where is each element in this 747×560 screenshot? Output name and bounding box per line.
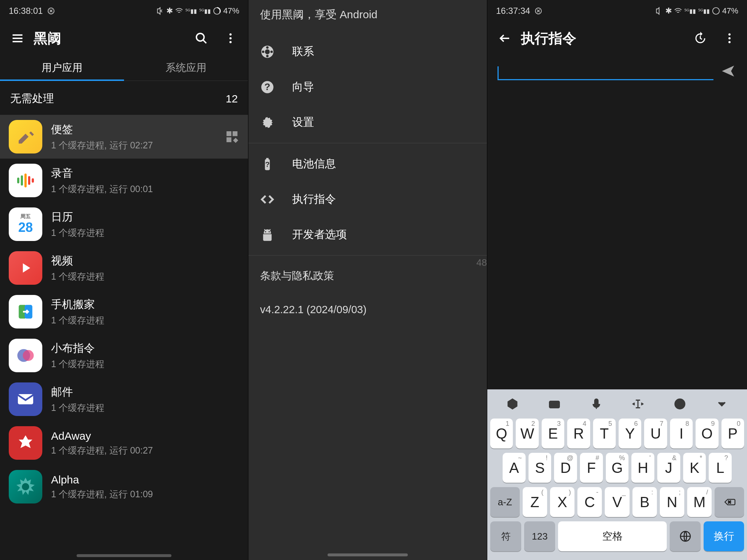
kb-key-v[interactable]: V_ <box>605 487 629 517</box>
kb-key-u[interactable]: U7 <box>644 419 667 448</box>
kb-num-key[interactable]: 123 <box>524 521 555 551</box>
back-icon[interactable] <box>492 25 518 51</box>
app-name: 小布指令 <box>51 341 239 356</box>
command-input-row <box>487 55 747 88</box>
signal-1-icon: ⁵ᴳ▮▮ <box>684 8 696 15</box>
help-circle-icon <box>260 44 275 59</box>
app-name: 日历 <box>51 210 239 225</box>
app-icon-video <box>9 251 42 285</box>
app-row[interactable]: 小布指令 1 个缓存进程 <box>0 334 248 377</box>
kb-shift-key[interactable]: a-Z <box>490 487 520 517</box>
kb-key-d[interactable]: D@ <box>554 453 577 483</box>
kb-key-f[interactable]: F# <box>580 453 603 483</box>
app-icon-notes <box>9 120 42 153</box>
kb-keyboard-icon[interactable] <box>546 396 562 412</box>
kb-backspace-key[interactable] <box>715 487 744 517</box>
kb-key-n[interactable]: N; <box>660 487 684 517</box>
svg-point-44 <box>556 405 557 406</box>
app-name: 录音 <box>51 166 239 181</box>
kb-key-s[interactable]: S! <box>529 453 551 483</box>
svg-point-13 <box>23 350 34 361</box>
kb-key-q[interactable]: Q1 <box>490 419 513 448</box>
kb-key-o[interactable]: O9 <box>696 419 718 448</box>
svg-text:?: ? <box>264 81 270 92</box>
widget-icon[interactable] <box>225 129 239 144</box>
history-icon[interactable] <box>687 25 713 51</box>
svg-point-41 <box>556 403 557 404</box>
kb-key-k[interactable]: K* <box>683 453 706 483</box>
kb-key-y[interactable]: Y6 <box>619 419 641 448</box>
drawer-item-developer[interactable]: 开发者选项 <box>248 217 487 252</box>
kb-settings-icon[interactable] <box>504 396 520 412</box>
app-row[interactable]: AdAway 1 个缓存进程, 运行 00:27 <box>0 421 248 465</box>
drawer-item-wizard[interactable]: ? 向导 <box>248 69 487 105</box>
drawer-label: 开发者选项 <box>292 227 347 242</box>
app-list-panel: 16:38:01 ✱ ⁵ᴳ▮▮ ⁵ᴳ▮▮ 47% 黑阈 用户应用 系 <box>0 0 248 560</box>
kb-key-m[interactable]: M/ <box>687 487 712 517</box>
kb-globe-key[interactable] <box>670 521 701 551</box>
status-bar: 16:38:01 ✱ ⁵ᴳ▮▮ ⁵ᴳ▮▮ 47% <box>0 0 248 22</box>
kb-key-e[interactable]: E3 <box>542 419 564 448</box>
tab-system-apps[interactable]: 系统应用 <box>124 55 248 81</box>
svg-point-2 <box>197 34 204 41</box>
drawer-item-contact[interactable]: 联系 <box>248 34 487 69</box>
menu-icon[interactable] <box>4 25 31 51</box>
kb-key-w[interactable]: W2 <box>516 419 538 448</box>
kb-key-r[interactable]: R4 <box>567 419 590 448</box>
svg-point-35 <box>728 41 731 43</box>
kb-key-c[interactable]: C- <box>577 487 602 517</box>
keyboard-toolbar <box>487 389 747 419</box>
kb-key-h[interactable]: H' <box>631 453 654 483</box>
app-name: 便签 <box>51 122 216 137</box>
app-row[interactable]: 便签 1 个缓存进程, 运行 02:27 <box>0 115 248 159</box>
app-row[interactable]: Alpha 1 个缓存进程, 运行 01:09 <box>0 465 248 509</box>
kb-key-g[interactable]: G% <box>606 453 629 483</box>
kb-key-i[interactable]: I8 <box>670 419 693 448</box>
nav-indicator[interactable] <box>328 553 408 556</box>
kb-key-b[interactable]: B: <box>632 487 657 517</box>
tab-user-apps[interactable]: 用户应用 <box>0 55 124 81</box>
app-row[interactable]: 手机搬家 1 个缓存进程 <box>0 290 248 334</box>
kb-enter-key[interactable]: 换行 <box>704 521 744 551</box>
app-status: 1 个缓存进程 <box>51 271 239 283</box>
kb-space-key[interactable]: 空格 <box>558 521 667 551</box>
kb-key-x[interactable]: X) <box>550 487 574 517</box>
svg-point-17 <box>265 49 270 54</box>
kb-cursor-icon[interactable] <box>630 396 646 412</box>
kb-key-j[interactable]: J& <box>657 453 680 483</box>
kb-key-z[interactable]: Z( <box>523 487 547 517</box>
app-row[interactable]: 视频 1 个缓存进程 <box>0 246 248 290</box>
svg-rect-38 <box>549 401 559 408</box>
kb-mic-icon[interactable] <box>588 396 604 412</box>
drawer-item-settings[interactable]: 设置 <box>248 105 487 140</box>
drawer-terms[interactable]: 条款与隐私政策 <box>248 258 487 293</box>
kb-key-a[interactable]: A~ <box>503 453 526 483</box>
drawer-label: 联系 <box>292 44 314 59</box>
kb-collapse-icon[interactable] <box>714 396 730 412</box>
kb-emoji-icon[interactable] <box>672 396 688 412</box>
app-row[interactable]: 录音 1 个缓存进程, 运行 00:01 <box>0 159 248 202</box>
app-row[interactable]: 周五 28 日历 1 个缓存进程 <box>0 202 248 246</box>
app-row[interactable]: 邮件 1 个缓存进程 <box>0 377 248 421</box>
drawer-label: 向导 <box>292 79 314 94</box>
scroll-indicator[interactable] <box>77 554 171 557</box>
svg-point-18 <box>266 46 269 49</box>
command-input[interactable] <box>498 62 713 80</box>
send-icon[interactable] <box>719 62 737 80</box>
kb-sym-key[interactable]: 符 <box>490 521 521 551</box>
svg-point-34 <box>728 37 731 39</box>
search-icon[interactable] <box>188 25 214 51</box>
more-icon[interactable] <box>716 25 743 51</box>
more-icon[interactable] <box>217 25 244 51</box>
svg-rect-9 <box>233 138 238 143</box>
drawer-item-command[interactable]: 执行指令 <box>248 182 487 217</box>
app-icon-mail <box>9 382 42 416</box>
kb-key-l[interactable]: L? <box>709 453 732 483</box>
mute-icon <box>655 7 663 15</box>
svg-point-20 <box>262 50 264 53</box>
kb-key-p[interactable]: P0 <box>721 419 744 448</box>
divider <box>248 143 487 143</box>
kb-key-t[interactable]: T5 <box>593 419 616 448</box>
bluetooth-icon: ✱ <box>665 6 672 16</box>
drawer-item-battery[interactable]: ? 电池信息 <box>248 146 487 182</box>
